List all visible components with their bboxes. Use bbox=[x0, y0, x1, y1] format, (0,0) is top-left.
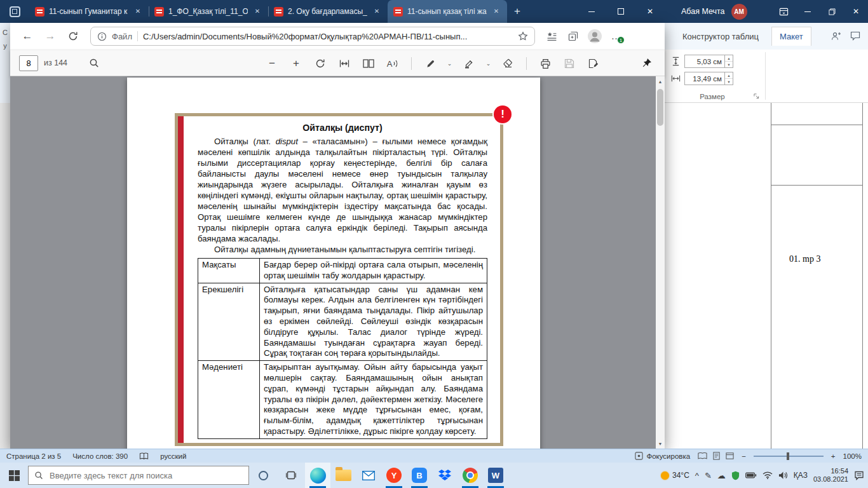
cortana-button[interactable] bbox=[249, 463, 277, 488]
taskbar-app-yandex[interactable]: Y bbox=[381, 463, 407, 488]
task-view-button[interactable] bbox=[277, 463, 305, 488]
proofing-icon[interactable] bbox=[139, 452, 149, 460]
zoom-slider[interactable] bbox=[754, 456, 824, 457]
taskbar-app-explorer[interactable] bbox=[330, 463, 356, 488]
scroll-up-icon[interactable]: ▲ bbox=[658, 76, 663, 86]
highlight-options-chevron-icon[interactable]: ⌄ bbox=[484, 55, 492, 72]
browser-tab[interactable]: 1_ФО_Қазақ тілі_11_ОГ ✕ bbox=[149, 0, 268, 23]
browser-tab[interactable]: 11-сынып Гуманитар к ✕ bbox=[29, 0, 149, 23]
tab-close-icon[interactable]: ✕ bbox=[491, 6, 501, 17]
taskbar-app-edge[interactable] bbox=[305, 463, 330, 488]
ribbon-tab-table-design[interactable]: Конструктор таблиц bbox=[675, 27, 766, 46]
taskbar-app-dropbox[interactable] bbox=[432, 463, 458, 488]
speaker-icon[interactable] bbox=[778, 471, 788, 480]
tab-actions-button[interactable] bbox=[0, 0, 29, 23]
row-height-stepper[interactable]: ▲▼ bbox=[725, 55, 733, 68]
taskbar-app-vk[interactable]: B bbox=[407, 463, 432, 488]
draw-pen-icon[interactable] bbox=[421, 55, 439, 72]
ink-pen-icon[interactable]: ✎ bbox=[705, 471, 712, 480]
dialog-launcher-icon[interactable] bbox=[754, 93, 759, 99]
new-tab-button[interactable]: + bbox=[507, 0, 527, 23]
pdf-scrollbar[interactable]: ▲ ▼ bbox=[656, 76, 665, 449]
erase-icon[interactable] bbox=[499, 55, 517, 72]
zoom-out-button[interactable]: − bbox=[263, 55, 281, 72]
taskbar-app-chrome[interactable] bbox=[458, 463, 483, 488]
browser-tab-active[interactable]: 11-сынып қазақ тілі жа ✕ bbox=[388, 0, 507, 23]
ribbon-display-options-icon[interactable] bbox=[771, 0, 796, 23]
zoom-slider-thumb[interactable] bbox=[787, 452, 789, 460]
back-button[interactable]: ← bbox=[18, 27, 37, 46]
onedrive-cloud-icon[interactable]: ☁ bbox=[717, 471, 726, 480]
zoom-out-status-icon[interactable]: − bbox=[742, 452, 746, 460]
close-button[interactable]: ✕ bbox=[635, 0, 665, 23]
defender-shield-icon[interactable] bbox=[731, 471, 740, 480]
highlight-icon[interactable] bbox=[460, 55, 478, 72]
refresh-button[interactable] bbox=[64, 27, 83, 46]
forward-button[interactable]: → bbox=[41, 27, 60, 46]
print-layout-icon[interactable] bbox=[712, 452, 721, 460]
draw-options-chevron-icon[interactable]: ⌄ bbox=[445, 55, 454, 72]
web-layout-icon[interactable] bbox=[726, 452, 734, 460]
wifi-icon[interactable] bbox=[763, 471, 773, 479]
zoom-percentage[interactable]: 100% bbox=[843, 452, 862, 460]
profile-avatar[interactable] bbox=[586, 27, 604, 45]
focus-mode-button[interactable]: Фокусировка bbox=[635, 452, 690, 460]
add-favorite-icon[interactable] bbox=[518, 31, 528, 41]
tab-close-icon[interactable]: ✕ bbox=[252, 6, 262, 17]
comments-icon[interactable] bbox=[850, 31, 860, 41]
tab-close-icon[interactable]: ✕ bbox=[133, 6, 143, 17]
search-input[interactable] bbox=[48, 470, 243, 481]
weather-widget[interactable]: 34°C bbox=[661, 471, 689, 480]
tray-expand-icon[interactable]: ^ bbox=[695, 471, 699, 480]
battery-icon[interactable] bbox=[745, 472, 757, 478]
settings-more-button[interactable]: … 1 bbox=[607, 27, 625, 45]
page-number-input[interactable] bbox=[19, 55, 38, 71]
favorites-icon[interactable] bbox=[543, 27, 560, 45]
tab-close-icon[interactable]: ✕ bbox=[372, 6, 382, 17]
word-minimize-button[interactable] bbox=[796, 0, 820, 23]
url-text[interactable]: C:/Users/admin/Documents/Новый%20формат/… bbox=[143, 32, 513, 41]
clock[interactable]: 16:54 03.08.2021 bbox=[813, 467, 848, 484]
maximize-button[interactable] bbox=[606, 0, 635, 23]
page-indicator[interactable]: Страница 2 из 5 bbox=[6, 452, 61, 460]
rotate-icon[interactable] bbox=[311, 55, 329, 72]
pdf-viewport[interactable]: Ойталқы (диспут) Ойталқы (лат. disput – … bbox=[10, 76, 665, 449]
taskbar-search[interactable] bbox=[28, 466, 249, 485]
ribbon-tab-layout[interactable]: Макет bbox=[771, 27, 811, 46]
word-restore-button[interactable] bbox=[820, 0, 844, 23]
zoom-in-button[interactable]: + bbox=[287, 55, 305, 72]
collections-icon[interactable] bbox=[564, 27, 582, 45]
column-width-value[interactable]: 13,49 см bbox=[684, 72, 725, 85]
taskbar-app-mail[interactable] bbox=[356, 463, 381, 488]
fit-width-icon[interactable] bbox=[336, 55, 353, 72]
zoom-in-status-icon[interactable]: + bbox=[831, 452, 836, 460]
page-view-icon[interactable] bbox=[360, 55, 377, 72]
minimize-button[interactable] bbox=[577, 0, 606, 23]
column-width-control[interactable]: 13,49 см ▲▼ bbox=[671, 72, 733, 85]
language-switcher[interactable]: ҚАЗ bbox=[794, 471, 808, 480]
start-button[interactable] bbox=[0, 463, 28, 488]
action-center-icon[interactable] bbox=[854, 470, 864, 480]
share-icon[interactable] bbox=[831, 31, 841, 41]
word-count[interactable]: Число слов: 390 bbox=[72, 452, 128, 460]
word-close-button[interactable]: ✕ bbox=[844, 0, 868, 23]
browser-tab[interactable]: 2. Оқу бағдарламасы_ ✕ bbox=[268, 0, 388, 23]
row-height-value[interactable]: 5,03 см bbox=[684, 55, 725, 68]
column-width-stepper[interactable]: ▲▼ bbox=[725, 72, 733, 85]
pin-toolbar-icon[interactable] bbox=[638, 54, 656, 72]
save-as-icon[interactable] bbox=[585, 55, 602, 72]
search-icon[interactable] bbox=[85, 54, 103, 72]
row-height-control[interactable]: 5,03 см ▲▼ bbox=[671, 55, 733, 68]
word-document-area[interactable]: 01. mp 3 bbox=[665, 103, 868, 449]
save-icon[interactable] bbox=[560, 55, 578, 72]
taskbar-app-word[interactable]: W bbox=[483, 463, 508, 488]
print-icon[interactable] bbox=[536, 55, 554, 72]
read-mode-icon[interactable] bbox=[698, 452, 707, 460]
account-avatar[interactable]: АМ bbox=[731, 4, 747, 20]
scroll-down-icon[interactable]: ▼ bbox=[658, 438, 663, 449]
page-info-icon[interactable] bbox=[97, 32, 107, 41]
read-aloud-icon[interactable]: A bbox=[384, 55, 402, 72]
account-name[interactable]: Абая Мечта bbox=[681, 7, 725, 16]
address-bar[interactable]: Файл C:/Users/admin/Documents/Новый%20фо… bbox=[90, 27, 535, 46]
scrollbar-thumb[interactable] bbox=[657, 89, 663, 126]
